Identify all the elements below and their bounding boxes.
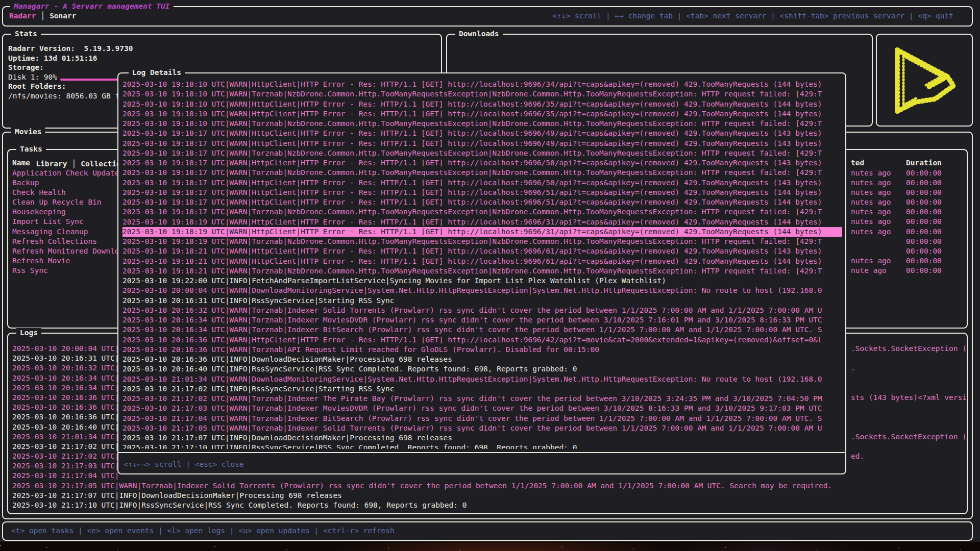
log-detail-row[interactable]: 2025-03-10 19:18:10 UTC|WARN|HttpClient|… xyxy=(122,80,842,89)
log-detail-row[interactable]: 2025-03-10 19:18:21 UTC|WARN|Torznab|Nzb… xyxy=(122,266,842,276)
log-detail-row[interactable]: 2025-03-10 19:18:17 UTC|WARN|HttpClient|… xyxy=(122,129,842,138)
log-detail-row[interactable]: 2025-03-10 20:16:36 UTC|WARN|HttpClient|… xyxy=(122,335,842,345)
log-row[interactable]: 2025-03-10 21:17:10 UTC|INFO|RssSyncServ… xyxy=(8,500,967,510)
log-detail-row[interactable]: 2025-03-10 19:18:17 UTC|WARN|Torznab|Nzb… xyxy=(122,168,842,178)
tab-radarr[interactable]: Radarr xyxy=(9,12,36,20)
stats-title: Stats xyxy=(11,29,41,39)
servarr-tabs: Radarr│Sonarr xyxy=(9,11,77,21)
log-detail-row[interactable]: 2025-03-10 21:01:34 UTC|WARN|DownloadMon… xyxy=(122,374,842,384)
log-detail-row[interactable]: 2025-03-10 19:18:17 UTC|WARN|HttpClient|… xyxy=(122,188,842,197)
downloads-title: Downloads xyxy=(455,29,503,39)
log-detail-row[interactable]: 2025-03-10 19:18:21 UTC|WARN|HttpClient|… xyxy=(122,257,842,266)
log-detail-row[interactable]: 2025-03-10 20:16:32 UTC|WARN|Torznab|Ind… xyxy=(122,306,842,315)
movies-title: Movies xyxy=(11,127,45,137)
app-title: Managarr - A Servarr management TUI xyxy=(10,2,174,11)
header-keybinds: <↑↓> scroll | ←→ change tab | <tab> next… xyxy=(552,11,953,21)
log-details-title: Log Details xyxy=(129,68,185,78)
tab-separator: │ xyxy=(36,12,50,20)
desktop-wallpaper-strip xyxy=(0,542,980,551)
log-row[interactable]: 2025-03-10 21:17:05 UTC|WARN|Torznab|Ind… xyxy=(8,481,967,491)
log-row[interactable]: 2025-03-10 21:17:07 UTC|INFO|DownloadDec… xyxy=(8,491,967,500)
bottom-keybinds: <t> open tasks | <e> open events | <l> o… xyxy=(11,526,395,536)
log-detail-row[interactable]: 2025-03-10 20:16:34 UTC|WARN|Torznab|Ind… xyxy=(122,315,842,325)
log-detail-row[interactable]: 2025-03-10 19:18:10 UTC|WARN|HttpClient|… xyxy=(122,109,842,119)
log-details-modal: Log Details 2025-03-10 19:18:10 UTC|WARN… xyxy=(117,72,846,474)
log-detail-row[interactable]: 2025-03-10 20:00:04 UTC|WARN|DownloadMon… xyxy=(122,286,842,295)
modal-keybinds: <↑↓←→> scroll | <esc> close xyxy=(124,460,244,469)
log-detail-row[interactable]: 2025-03-10 19:18:19 UTC|WARN|HttpClient|… xyxy=(122,217,842,227)
log-detail-row[interactable]: 2025-03-10 19:18:17 UTC|WARN|HttpClient|… xyxy=(122,158,842,168)
log-detail-row[interactable]: 2025-03-10 20:16:34 UTC|WARN|Torznab|Ind… xyxy=(122,325,842,335)
log-detail-row[interactable]: 2025-03-10 21:17:05 UTC|WARN|Torznab|Ind… xyxy=(122,423,842,433)
modal-footer-divider xyxy=(118,452,845,453)
log-detail-row[interactable]: 2025-03-10 21:17:10 UTC|INFO|RssSyncServ… xyxy=(122,443,842,449)
logs-title: Logs xyxy=(16,328,41,338)
log-detail-row[interactable]: 2025-03-10 19:18:10 UTC|WARN|Torznab|Nzb… xyxy=(122,119,842,129)
column-header-duration: Duration xyxy=(906,158,942,168)
logo-panel xyxy=(876,34,973,127)
stat-line: Uptime: 13d 01:51:16 xyxy=(8,54,438,63)
log-detail-row[interactable]: 2025-03-10 21:17:02 UTC|WARN|Torznab|Ind… xyxy=(122,394,842,404)
stat-line: Radarr Version: 5.19.3.9730 xyxy=(8,44,438,54)
column-header-executed: ted xyxy=(851,158,864,168)
log-detail-row[interactable]: 2025-03-10 21:17:04 UTC|WARN|Torznab|Ind… xyxy=(122,414,842,423)
log-detail-row[interactable]: 2025-03-10 19:18:17 UTC|WARN|HttpClient|… xyxy=(122,197,842,207)
log-detail-row[interactable]: 2025-03-10 20:16:31 UTC|INFO|RssSyncServ… xyxy=(122,296,842,306)
column-header-name: Name xyxy=(12,158,30,168)
log-detail-row[interactable]: 2025-03-10 19:18:10 UTC|WARN|HttpClient|… xyxy=(122,99,842,109)
stat-line: Storage: xyxy=(8,63,438,72)
header-panel: Managarr - A Servarr management TUI Rada… xyxy=(2,6,973,27)
log-detail-row[interactable]: 2025-03-10 21:17:07 UTC|INFO|DownloadDec… xyxy=(122,433,842,443)
log-detail-row[interactable]: 2025-03-10 19:18:17 UTC|WARN|Torznab|Nzb… xyxy=(122,207,842,217)
log-detail-row[interactable]: 2025-03-10 19:18:19 UTC|WARN|Torznab|Nzb… xyxy=(122,237,842,246)
log-detail-row[interactable]: 2025-03-10 19:18:21 UTC|WARN|HttpClient|… xyxy=(122,246,842,256)
log-detail-row[interactable]: 2025-03-10 20:16:40 UTC|INFO|RssSyncServ… xyxy=(122,364,842,374)
log-detail-row[interactable]: 2025-03-10 19:18:17 UTC|WARN|HttpClient|… xyxy=(122,139,842,148)
log-detail-row[interactable]: 2025-03-10 19:18:10 UTC|WARN|Torznab|Nzb… xyxy=(122,89,842,99)
log-detail-row[interactable]: 2025-03-10 21:17:03 UTC|WARN|Torznab|Ind… xyxy=(122,404,842,413)
log-detail-row[interactable]: 2025-03-10 21:17:02 UTC|INFO|RssSyncServ… xyxy=(122,384,842,394)
log-detail-row[interactable]: 2025-03-10 19:18:17 UTC|WARN|Torznab|Nzb… xyxy=(122,148,842,158)
log-detail-row[interactable]: 2025-03-10 20:16:36 UTC|WARN|Torznab|API… xyxy=(122,345,842,355)
bottom-keybind-bar: <t> open tasks | <e> open events | <l> o… xyxy=(2,521,973,541)
wallpaper-stars xyxy=(0,545,1,546)
radarr-play-logo-icon xyxy=(886,39,965,123)
log-detail-row[interactable]: 2025-03-10 19:18:17 UTC|WARN|HttpClient|… xyxy=(122,178,842,188)
managarr-screen: Managarr - A Servarr management TUI Rada… xyxy=(0,0,980,551)
log-detail-row[interactable]: 2025-03-10 19:18:19 UTC|WARN|HttpClient|… xyxy=(122,227,842,237)
log-details-list: 2025-03-10 19:18:10 UTC|WARN|HttpClient|… xyxy=(122,80,842,449)
log-detail-row[interactable]: 2025-03-10 19:22:00 UTC|INFO|FetchAndPar… xyxy=(122,276,842,286)
log-detail-row[interactable]: 2025-03-10 20:16:36 UTC|INFO|DownloadDec… xyxy=(122,355,842,364)
terminal-background: Managarr - A Servarr management TUI Rada… xyxy=(0,0,980,542)
tasks-title: Tasks xyxy=(16,144,46,154)
tab-sonarr[interactable]: Sonarr xyxy=(50,12,76,20)
